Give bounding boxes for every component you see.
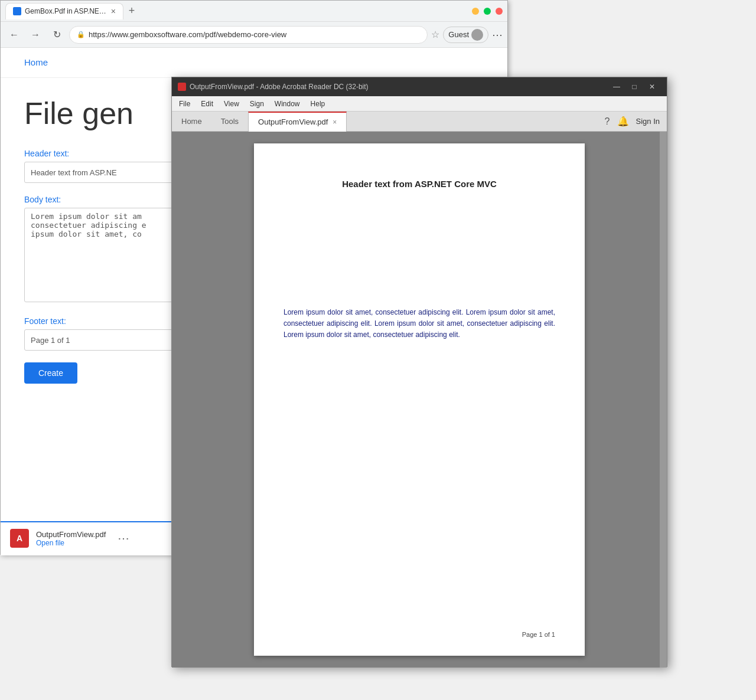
browser-window-controls bbox=[472, 8, 503, 15]
download-more-icon[interactable]: ⋯ bbox=[118, 531, 129, 545]
tab-outputfromview[interactable]: OutputFromView.pdf × bbox=[248, 112, 347, 132]
body-text-input[interactable]: Lorem ipsum dolor sit am consectetuer ad… bbox=[24, 208, 178, 302]
browser-minimize-button[interactable] bbox=[472, 8, 479, 15]
url-text: https://www.gemboxsoftware.com/pdf/webde… bbox=[89, 30, 286, 39]
new-tab-button[interactable]: + bbox=[123, 3, 140, 19]
help-icon[interactable]: ? bbox=[605, 116, 610, 127]
acrobat-window: OutputFromView.pdf - Adobe Acrobat Reade… bbox=[171, 77, 667, 667]
browser-maximize-button[interactable] bbox=[484, 8, 491, 15]
back-button[interactable]: ← bbox=[5, 26, 23, 44]
tab-tools[interactable]: Tools bbox=[211, 112, 248, 132]
menu-view[interactable]: View bbox=[219, 99, 244, 109]
acrobat-minimize-button[interactable]: — bbox=[608, 77, 625, 96]
download-file-icon: A bbox=[10, 529, 29, 548]
pdf-footer-text: Page 1 of 1 bbox=[522, 631, 555, 638]
notifications-icon[interactable]: 🔔 bbox=[617, 116, 629, 127]
acrobat-menubar: File Edit View Sign Window Help bbox=[172, 96, 667, 112]
bookmark-icon[interactable]: ☆ bbox=[431, 29, 439, 40]
tab-tools-label: Tools bbox=[221, 117, 239, 126]
acrobat-app-icon bbox=[178, 83, 186, 91]
menu-sign[interactable]: Sign bbox=[245, 99, 269, 109]
tab-home[interactable]: Home bbox=[172, 112, 211, 132]
lock-icon: 🔒 bbox=[77, 31, 85, 38]
browser-menu-icon[interactable]: ⋯ bbox=[492, 28, 503, 41]
acrobat-titlebar: OutputFromView.pdf - Adobe Acrobat Reade… bbox=[172, 77, 667, 96]
acrobat-tabbar: Home Tools OutputFromView.pdf × ? 🔔 Sign… bbox=[172, 112, 667, 132]
forward-icon: → bbox=[31, 30, 40, 40]
acrobat-close-button[interactable]: ✕ bbox=[643, 77, 661, 96]
acrobat-toolbar-right: ? 🔔 Sign In bbox=[605, 112, 667, 132]
download-filename: OutputFromView.pdf bbox=[36, 530, 106, 539]
tab-close-icon[interactable]: × bbox=[111, 6, 116, 16]
acrobat-title: OutputFromView.pdf - Adobe Acrobat Reade… bbox=[190, 83, 604, 91]
acrobat-maximize-button[interactable]: □ bbox=[625, 77, 643, 96]
website-navbar: Home bbox=[1, 48, 507, 78]
footer-text-input[interactable] bbox=[24, 329, 178, 351]
back-icon: ← bbox=[9, 30, 19, 40]
pdf-header-text: Header text from ASP.NET Core MVC bbox=[284, 179, 555, 189]
pdf-page: Header text from ASP.NET Core MVC Lorem … bbox=[254, 143, 585, 656]
menu-window[interactable]: Window bbox=[270, 99, 305, 109]
address-bar[interactable]: 🔒 https://www.gemboxsoftware.com/pdf/web… bbox=[69, 26, 428, 44]
pdf-body-text: Lorem ipsum dolor sit amet, consectetuer… bbox=[284, 307, 555, 341]
browser-tab-active[interactable]: GemBox.Pdf in ASP.NET Core MV... × bbox=[5, 3, 123, 19]
browser-navbar: ← → ↻ 🔒 https://www.gemboxsoftware.com/p… bbox=[1, 22, 507, 48]
tab-favicon-icon bbox=[13, 7, 21, 15]
tab-close-button[interactable]: × bbox=[333, 118, 337, 126]
nav-home-link[interactable]: Home bbox=[24, 57, 48, 67]
menu-edit[interactable]: Edit bbox=[196, 99, 218, 109]
pdf-scrollbar[interactable] bbox=[660, 132, 667, 668]
download-info: OutputFromView.pdf Open file bbox=[36, 530, 106, 547]
browser-close-button[interactable] bbox=[496, 8, 503, 15]
refresh-button[interactable]: ↻ bbox=[48, 26, 66, 44]
menu-help[interactable]: Help bbox=[306, 99, 330, 109]
header-text-input[interactable] bbox=[24, 162, 178, 183]
tab-home-label: Home bbox=[181, 117, 202, 126]
tab-title: GemBox.Pdf in ASP.NET Core MV... bbox=[25, 7, 107, 15]
forward-button[interactable]: → bbox=[27, 26, 44, 44]
menu-file[interactable]: File bbox=[174, 99, 195, 109]
refresh-icon: ↻ bbox=[53, 29, 61, 40]
avatar bbox=[471, 29, 483, 41]
create-button[interactable]: Create bbox=[24, 362, 77, 384]
profile-label: Guest bbox=[448, 30, 469, 39]
pdf-viewer[interactable]: Header text from ASP.NET Core MVC Lorem … bbox=[172, 132, 667, 668]
profile-button[interactable]: Guest bbox=[443, 27, 488, 43]
tab-pdf-label: OutputFromView.pdf bbox=[258, 117, 328, 126]
browser-titlebar: GemBox.Pdf in ASP.NET Core MV... × + bbox=[1, 1, 507, 22]
acrobat-window-controls: — □ ✕ bbox=[608, 77, 661, 96]
open-file-link[interactable]: Open file bbox=[36, 539, 106, 547]
signin-button[interactable]: Sign In bbox=[636, 117, 660, 126]
